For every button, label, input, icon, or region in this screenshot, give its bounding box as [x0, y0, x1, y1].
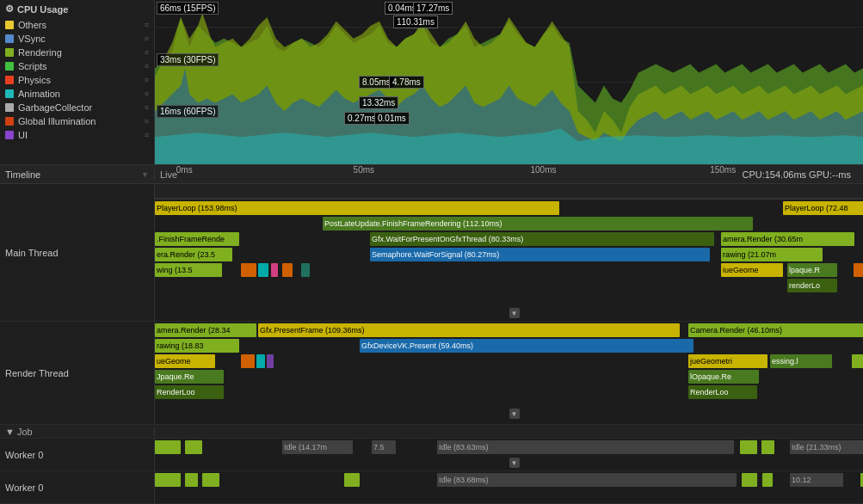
ruler-mark-100ms: 100ms [530, 165, 556, 175]
timeline-dropdown-icon[interactable]: ▼ [141, 170, 149, 179]
legend-drag-handle-3[interactable]: ≡ [145, 62, 149, 71]
bar-teal-1[interactable] [301, 263, 310, 277]
bar-w0-small-2[interactable] [761, 440, 774, 454]
bar-w1-small-1[interactable] [742, 473, 757, 487]
legend-item-others: Others≡ [5, 18, 149, 32]
bar-idle-2[interactable]: 7.5 [372, 440, 396, 454]
worker-0-label-2: Worker 0 [0, 471, 155, 503]
bar-cam-render-1[interactable]: amera.Render (28.34 [155, 323, 256, 337]
bar-idle-w1[interactable]: Idle (83.68ms) [437, 473, 737, 487]
bar-essing[interactable]: essing.l [770, 354, 832, 368]
main-thread-ruler [155, 184, 863, 200]
bar-wing[interactable]: wing (13.5 [155, 263, 222, 277]
job-header-label[interactable]: ▼ Job [5, 427, 155, 437]
bar-jpaque[interactable]: Jpaque.Re [155, 370, 224, 384]
legend-drag-handle-2[interactable]: ≡ [145, 48, 149, 57]
legend-drag-handle-7[interactable]: ≡ [145, 117, 149, 126]
bar-renderloo-2[interactable]: RenderLoo [688, 385, 757, 399]
legend-label-1: VSync [18, 34, 46, 44]
bar-w0-green-2[interactable] [185, 440, 202, 454]
main-thread-row: Main Thread PlayerLoop (153.98ms) Player… [0, 184, 863, 322]
bar-gfxwaitpresent[interactable]: Gfx.WaitForPresentOnGfxThread (80.33ms) [370, 232, 714, 246]
legend-dot-8 [5, 131, 14, 139]
bar-w1-green-2[interactable] [185, 473, 198, 487]
legend-dot-6 [5, 103, 14, 112]
bar-w1-green-3[interactable] [202, 473, 219, 487]
legend-title: ⚙ CPU Usage [5, 3, 149, 15]
bar-postlateupdate[interactable]: PostLateUpdate.FinishFrameRendering (112… [323, 217, 753, 230]
bar-lopaque[interactable]: lOpaque.Re [688, 370, 759, 384]
legend-label-2: Rendering [18, 47, 62, 58]
fps-label-15: 66ms (15FPS) [157, 2, 219, 15]
legend-dot-4 [5, 76, 14, 84]
render-thread-content: amera.Render (28.34 Gfx.PresentFrame (10… [155, 322, 863, 424]
bar-orange-3[interactable] [854, 263, 863, 277]
bar-playerloop-2[interactable]: PlayerLoop (72.48 [783, 201, 863, 215]
bar-idle-w1-2[interactable]: 10.12 [790, 473, 843, 487]
bar-idle-3[interactable]: Idle (21.33ms) [790, 440, 863, 454]
main-thread-scroll[interactable]: ▼ [509, 308, 520, 318]
bar-c-1[interactable] [256, 354, 265, 368]
legend-label-0: Others [18, 20, 46, 30]
bar-w0-green-1[interactable] [155, 440, 181, 454]
legend-item-rendering: Rendering≡ [5, 46, 149, 59]
ms-label-2: 17.27ms [413, 2, 453, 15]
cpu-chart: 66ms (15FPS) 33ms (30FPS) 16ms (60FPS) 0… [155, 0, 863, 164]
bar-gfx-present[interactable]: Gfx.PresentFrame (109.36ms) [258, 323, 680, 337]
bar-renderloo-1[interactable]: RenderLoo [155, 385, 224, 399]
ms-label-3: 110.31ms [393, 15, 438, 28]
render-thread-scroll[interactable]: ▼ [509, 409, 520, 419]
timeline-ruler: 0ms 50ms 100ms 150ms [184, 165, 728, 184]
legend-drag-handle-5[interactable]: ≡ [145, 89, 149, 98]
legend-dot-2 [5, 48, 14, 57]
bar-iuegeo[interactable]: iueGeome [721, 263, 783, 277]
bar-renderlo[interactable]: renderLo [787, 279, 837, 292]
legend-drag-handle-6[interactable]: ≡ [145, 103, 149, 112]
ruler-mark-50ms: 50ms [354, 165, 374, 175]
bar-juegeo[interactable]: jueGeometri [688, 354, 767, 368]
bar-orange-1[interactable] [241, 263, 256, 277]
legend-item-vsync: VSync≡ [5, 32, 149, 46]
legend-drag-handle-1[interactable]: ≡ [145, 34, 149, 43]
ms-label-8: 0.01ms [374, 112, 410, 125]
worker-0-content-1: Idle (14.17m 7.5 Idle (83.63ms) Idle (21… [155, 439, 863, 470]
bar-idle-1[interactable]: Idle (14.17m [282, 440, 353, 454]
bar-cyan-1[interactable] [258, 263, 268, 277]
timeline-controls: Live 0ms 50ms 100ms 150ms CPU:154.06ms G… [155, 165, 863, 184]
bar-semaphore[interactable]: Semaphore.WaitForSignal (80.27ms) [370, 248, 710, 261]
legend-dot-1 [5, 34, 14, 43]
legend-item-global-illumination: Global Illumination≡ [5, 114, 149, 128]
cpu-icon: ⚙ [5, 3, 14, 15]
worker-0-bars-2: Idle (83.68ms) 10.12 [155, 471, 863, 502]
legend-drag-handle-4[interactable]: ≡ [145, 76, 149, 84]
legend-drag-handle-8[interactable]: ≡ [145, 131, 149, 139]
bar-lpaque[interactable]: lpaque.R [787, 263, 837, 277]
bar-rawing-1[interactable]: rawing (21.07m [721, 248, 823, 261]
bar-rawing-2[interactable]: rawing (18.83 [155, 339, 239, 353]
legend-label-5: Animation [18, 89, 60, 99]
bar-playerloop-1[interactable]: PlayerLoop (153.98ms) [155, 201, 559, 215]
worker0-scroll-1[interactable]: ▼ [509, 458, 520, 468]
bar-w0-small-1[interactable] [740, 440, 757, 454]
bar-p-1[interactable] [267, 354, 274, 368]
legend-label-4: Physics [18, 75, 51, 85]
bar-camerarender-1[interactable]: amera.Render (30.65m [721, 232, 854, 246]
bar-o-1[interactable] [241, 354, 255, 368]
bar-pink-1[interactable] [271, 263, 278, 277]
legend-label-6: GarbageCollector [18, 102, 92, 113]
bar-gfxdevice[interactable]: GfxDeviceVK.Present (59.40ms) [360, 339, 693, 353]
bar-li-1[interactable] [852, 354, 863, 368]
legend-dot-3 [5, 62, 14, 71]
legend-drag-handle-0[interactable]: ≡ [145, 21, 149, 29]
legend-item-physics: Physics≡ [5, 73, 149, 87]
bar-orange-2[interactable] [282, 263, 293, 277]
bar-idle-main[interactable]: Idle (83.63ms) [437, 440, 734, 454]
bar-finishframe-1[interactable]: .FinishFrameRende [155, 232, 239, 246]
bar-erarender[interactable]: era.Render (23.5 [155, 248, 232, 261]
bar-cam-render-2[interactable]: Camera.Render (46.10ms) [688, 323, 863, 337]
bar-uegeo-1[interactable]: ueGeome [155, 354, 215, 368]
bar-w1-small-2[interactable] [762, 473, 773, 487]
bar-w1-green-1[interactable] [155, 473, 181, 487]
bar-w1-green-4[interactable] [344, 473, 360, 487]
timeline-bar: Timeline ▼ Live 0ms 50ms 100ms 150ms CPU… [0, 165, 863, 184]
